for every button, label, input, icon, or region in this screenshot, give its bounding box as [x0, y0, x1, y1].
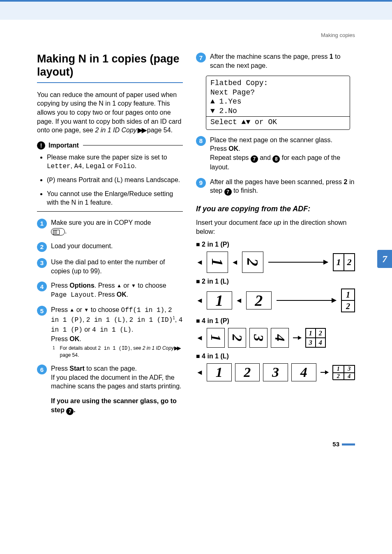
arrows-icon: ▶▶	[137, 127, 147, 134]
result-4in1l: 1324	[332, 365, 355, 380]
step-bullet: 4	[37, 282, 47, 291]
layout-diagram-2in1p: ◄ 1 ◄ 2 12	[196, 252, 355, 273]
step-5: 5 Press ▲ or ▼ to choose Off(1 in 1), 2 …	[37, 305, 183, 358]
page-number: 53	[37, 441, 355, 448]
arrow-icon	[321, 372, 329, 373]
running-head: Making copies	[37, 20, 355, 52]
step-7: 7 After the machine scans the page, pres…	[196, 52, 355, 70]
layout-diagram-2in1l: ◄ 1 ◄ 2 12	[196, 289, 355, 312]
top-accent-bar	[0, 0, 392, 20]
up-icon: ▲	[117, 282, 122, 289]
step-bullet: 7	[196, 53, 206, 62]
up-icon: ▲	[69, 307, 74, 313]
page-2-icon: 2	[228, 328, 246, 348]
layout-label-4in1p: 4 in 1 (P)	[196, 317, 355, 325]
result-2in1l: 12	[341, 289, 355, 312]
lcd-line: Next Page?	[210, 88, 346, 97]
copy-mode-icon	[51, 228, 65, 235]
step-1: 1 Make sure you are in COPY mode .	[37, 218, 183, 236]
chapter-tab: 7	[377, 250, 392, 268]
left-icon: ◄	[196, 368, 203, 377]
left-icon: ◄	[196, 296, 203, 305]
lcd-line: ▼ 2.No	[210, 106, 346, 116]
step-bullet: 1	[37, 219, 47, 229]
adf-subheading: If you are copying from the ADF:	[196, 205, 355, 213]
footnote: 1 For details about 2 in 1 (ID), see 2 i…	[53, 345, 183, 358]
lcd-line: Select ▲▼ or OK	[210, 118, 346, 127]
page-1-icon: 1	[207, 328, 225, 348]
intro-link: 2 in 1 ID Copy	[95, 127, 136, 134]
page-4-icon: 4	[271, 328, 289, 348]
step-6: 6 Press Start to scan the page. If you p…	[37, 364, 183, 418]
left-column: Making N in 1 copies (page layout) You c…	[37, 52, 183, 424]
page-3-icon: 3	[263, 363, 288, 381]
intro-paragraph: You can reduce the amount of paper used …	[37, 90, 183, 135]
step1-text: Make sure you are in COPY mode	[51, 219, 151, 226]
left-icon: ◄	[196, 258, 203, 267]
step-bullet: 6	[37, 365, 47, 374]
step8-text: Place the next page on the scanner glass…	[210, 136, 355, 172]
step-ref-icon: 7	[251, 155, 258, 163]
page-2-icon: 2	[246, 291, 272, 309]
page-3-icon: 3	[249, 328, 267, 348]
step-bullet: 2	[37, 242, 47, 252]
page-1-icon: 1	[207, 363, 232, 381]
section-title: Making N in 1 copies (page layout)	[37, 52, 183, 83]
left-icon: ◄	[235, 296, 243, 305]
heading-rule	[83, 145, 183, 145]
important-item-3: You cannot use the Enlarge/Reduce settin…	[47, 189, 183, 207]
important-list: Please make sure the paper size is set t…	[37, 153, 183, 207]
right-column: 7 After the machine scans the page, pres…	[196, 52, 355, 424]
page-4-icon: 4	[291, 363, 316, 381]
step-8: 8 Place the next page on the scanner gla…	[196, 136, 355, 172]
important-heading: ! Important	[37, 141, 183, 150]
step5-text: Press ▲ or ▼ to choose Off(1 in 1), 2 in…	[51, 305, 183, 358]
step-ref-icon: 7	[66, 408, 74, 415]
step-ref-icon: 8	[272, 155, 280, 163]
left-icon: ◄	[196, 334, 203, 342]
step7-text: After the machine scans the page, press …	[210, 52, 355, 70]
step-bullet: 5	[37, 306, 47, 316]
page-2-icon: 2	[235, 363, 260, 381]
page-2-icon: 2	[242, 252, 263, 273]
layout-label-2in1l: 2 in 1 (L)	[196, 278, 355, 285]
arrow-icon	[277, 300, 336, 301]
important-item-1: Please make sure the paper size is set t…	[47, 153, 183, 171]
step-9: 9 After all the pages have been scanned,…	[196, 178, 355, 196]
left-icon: ◄	[231, 258, 239, 267]
arrows-icon: ▶▶	[174, 345, 180, 351]
step2-text: Load your document.	[51, 242, 183, 252]
page-number-bar	[342, 443, 355, 446]
result-2in1p: 12	[333, 253, 355, 271]
step-3: 3 Use the dial pad to enter the number o…	[37, 258, 183, 275]
page-1-icon: 1	[207, 252, 228, 273]
layout-label-2in1p: 2 in 1 (P)	[196, 241, 355, 248]
step3-text: Use the dial pad to enter the number of …	[51, 258, 183, 275]
lcd-line: Flatbed Copy:	[210, 78, 346, 88]
important-label: Important	[48, 142, 79, 149]
layout-diagram-4in1l: ◄ 1 2 3 4 1324	[196, 363, 355, 381]
arrow-icon	[293, 337, 301, 338]
step-bullet: 3	[37, 258, 47, 268]
layout-diagram-4in1p: ◄ 1 2 3 4 1234	[196, 328, 355, 348]
important-item-2: (P) means Portrait and (L) means Landsca…	[47, 175, 183, 185]
step-2: 2 Load your document.	[37, 242, 183, 252]
step-ref-icon: 7	[224, 188, 232, 196]
step9-text: After all the pages have been scanned, p…	[210, 178, 355, 196]
layout-label-4in1l: 4 in 1 (L)	[196, 353, 355, 360]
arrow-icon	[268, 262, 328, 263]
down-icon: ▼	[84, 307, 89, 313]
lcd-line: ▲ 1.Yes	[210, 97, 346, 106]
step-bullet: 9	[196, 178, 206, 188]
step-bullet: 8	[196, 136, 206, 146]
result-4in1p: 1234	[305, 328, 326, 348]
exclamation-icon: !	[37, 141, 45, 150]
step4-text: Press Options. Press ▲ or ▼ to choose Pa…	[51, 281, 183, 300]
intro-pageref: page 54.	[147, 127, 173, 134]
down-icon: ▼	[131, 282, 136, 289]
step6-text: Press Start to scan the page. If you pla…	[51, 364, 183, 418]
lcd-display: Flatbed Copy: Next Page? ▲ 1.Yes ▼ 2.No …	[206, 76, 350, 130]
step-4: 4 Press Options. Press ▲ or ▼ to choose …	[37, 281, 183, 300]
divider	[37, 211, 183, 212]
adf-intro: Insert your document face up in the dire…	[196, 218, 355, 236]
